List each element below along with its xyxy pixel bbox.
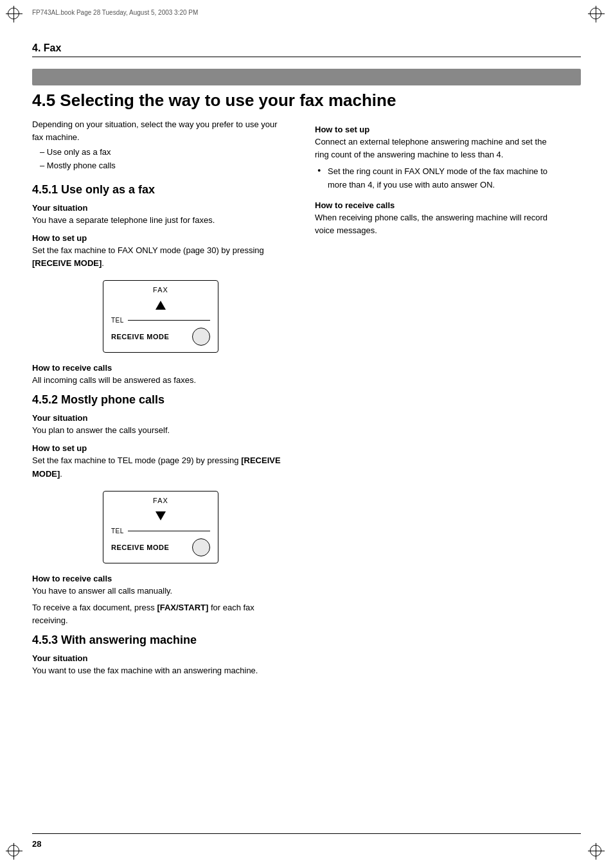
your-situation-label-452: Your situation [32,413,289,423]
arrow-up-icon-451 [155,301,166,310]
device-indicator-area-452 [111,507,210,525]
receive-mode-label-451: RECEIVE MODE [111,333,169,341]
right-how-to-set-up-text: Connect an external telephone answering … [315,136,559,161]
how-to-set-up-label-452: How to set up [32,443,289,453]
page-number: 28 [32,839,41,849]
device-tel-row-451: TEL [111,317,210,324]
corner-mark-tl [8,8,23,23]
right-how-to-receive-label: How to receive calls [315,200,559,210]
intro-list-item-1: Use only as a fax [40,146,289,159]
device-tel-row-452: TEL [111,527,210,535]
device-button-451[interactable] [192,328,210,346]
intro-list: Use only as a fax Mostly phone calls [40,146,289,173]
intro-text: Depending on your situation, select the … [32,118,289,143]
file-info-text: FP743AL.book Page 28 Tuesday, August 5, … [32,9,198,16]
intro-list-item-2: Mostly phone calls [40,159,289,173]
chapter-title: 4. Fax [32,42,581,57]
page-container: FP743AL.book Page 28 Tuesday, August 5, … [0,0,613,868]
how-to-receive-text-451: All incoming calls will be answered as f… [32,374,289,387]
subsection-title-451: 4.5.1 Use only as a fax [32,183,289,197]
receive-mode-label-452: RECEIVE MODE [111,544,169,551]
device-bottom-row-452: RECEIVE MODE [111,538,210,556]
how-to-set-up-text-451: Set the fax machine to FAX ONLY mode (pa… [32,244,289,270]
how-to-set-up-text-452: Set the fax machine to TEL mode (page 29… [32,454,289,480]
device-fax-label-452: FAX [111,497,210,504]
device-fax-label-451: FAX [111,286,210,294]
device-box-451: FAX TEL RECEIVE MODE [103,280,218,353]
your-situation-text-451: You have a separate telephone line just … [32,214,289,227]
how-to-set-up-label-451: How to set up [32,233,289,243]
page-footer: 28 [32,833,581,849]
device-tel-label-452: TEL [111,527,124,535]
section-main-title: 4.5 Selecting the way to use your fax ma… [32,91,581,111]
section-highlight-bar [32,69,581,85]
device-bottom-row-451: RECEIVE MODE [111,328,210,346]
subsection-title-453: 4.5.3 With answering machine [32,633,289,647]
right-bullet-item-1: Set the ring count in FAX ONLY mode of t… [317,165,559,191]
device-box-452: FAX TEL RECEIVE MODE [103,491,218,563]
device-tel-line-452 [128,531,210,532]
your-situation-label-451: Your situation [32,203,289,213]
your-situation-text-452: You plan to answer the calls yourself. [32,424,289,437]
chapter-header-wrapper: 4. Fax [32,42,581,57]
device-indicator-area-451 [111,296,210,314]
your-situation-text-453: You want to use the fax machine with an … [32,664,289,677]
how-to-receive-label-452: How to receive calls [32,574,289,583]
device-button-452[interactable] [192,538,210,556]
right-bullet-list: Set the ring count in FAX ONLY mode of t… [317,165,559,191]
device-illustration-452: FAX TEL RECEIVE MODE [32,491,289,563]
receive-mode-inline-bold-452: [RECEIVE MODE] [32,456,281,478]
subsection-title-452: 4.5.2 Mostly phone calls [32,393,289,407]
how-to-receive-label-451: How to receive calls [32,363,289,373]
receive-mode-inline-bold-451: [RECEIVE MODE] [32,258,102,268]
right-how-to-receive-text: When receiving phone calls, the answerin… [315,211,559,237]
corner-mark-bl [8,845,23,860]
how-to-receive-text-line-2-452: To receive a fax document, press [FAX/ST… [32,601,289,627]
device-illustration-451: FAX TEL RECEIVE MODE [32,280,289,353]
file-info-line: FP743AL.book Page 28 Tuesday, August 5, … [32,9,581,16]
fax-start-inline-bold: [FAX/START] [157,603,208,612]
main-content: Depending on your situation, select the … [32,118,581,681]
left-column: Depending on your situation, select the … [32,118,289,681]
device-tel-label-451: TEL [111,317,124,324]
how-to-receive-text-line-1-452: You have to answer all calls manually. [32,585,289,598]
right-column: How to set up Connect an external teleph… [315,118,559,681]
your-situation-label-453: Your situation [32,653,289,663]
corner-mark-br [590,845,605,860]
arrow-down-icon-452 [155,511,166,520]
device-tel-line-451 [128,320,210,321]
corner-mark-tr [590,8,605,23]
right-how-to-set-up-label: How to set up [315,125,559,134]
